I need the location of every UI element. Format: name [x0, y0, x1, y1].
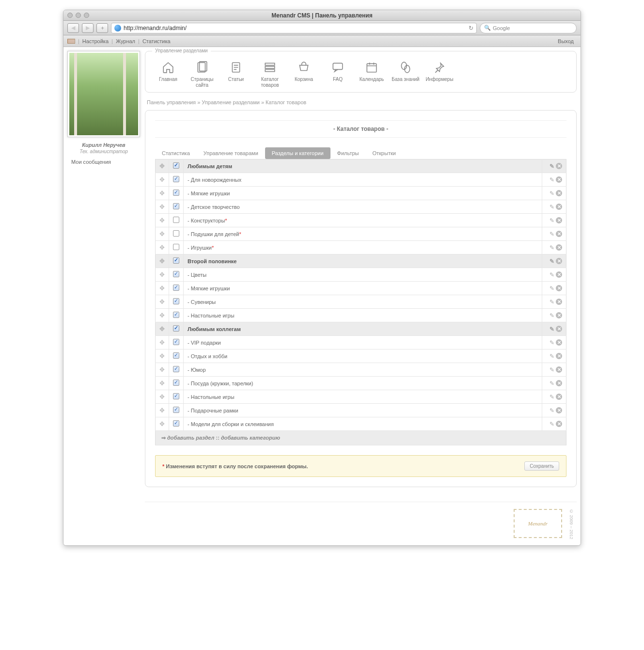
category-label[interactable]: - Игрушки*	[184, 241, 542, 254]
add-bookmark-button[interactable]: ＋	[96, 23, 108, 33]
edit-icon[interactable]: ✎	[548, 190, 554, 197]
logout-link[interactable]: Выход	[555, 38, 577, 44]
tab-4[interactable]: Открытки	[365, 147, 402, 159]
brand-icon[interactable]	[67, 39, 75, 44]
edit-icon[interactable]: ✎	[548, 204, 554, 210]
delete-icon[interactable]: ✕	[556, 339, 562, 346]
edit-icon[interactable]: ✎	[548, 163, 554, 170]
section-nav-faq[interactable]: FAQ	[321, 60, 355, 88]
edit-icon[interactable]: ✎	[548, 231, 554, 238]
delete-icon[interactable]: ✕	[556, 312, 562, 318]
category-label[interactable]: Любимым коллегам	[184, 322, 542, 336]
visibility-checkbox[interactable]	[173, 162, 179, 169]
delete-icon[interactable]: ✕	[556, 271, 562, 278]
delete-icon[interactable]: ✕	[556, 299, 562, 305]
category-label[interactable]: Любимым детям	[184, 159, 542, 173]
edit-icon[interactable]: ✎	[548, 285, 554, 292]
search-bar[interactable]: 🔍 Google	[480, 23, 577, 33]
delete-icon[interactable]: ✕	[556, 190, 562, 196]
delete-icon[interactable]: ✕	[556, 394, 562, 400]
category-label[interactable]: - Цветы	[184, 268, 542, 282]
edit-icon[interactable]: ✎	[548, 271, 554, 278]
drag-handle-icon[interactable]: ✥	[159, 217, 165, 224]
delete-icon[interactable]: ✕	[556, 285, 562, 291]
visibility-checkbox[interactable]	[173, 230, 179, 237]
visibility-checkbox[interactable]	[173, 244, 179, 250]
drag-handle-icon[interactable]: ✥	[159, 312, 165, 319]
visibility-checkbox[interactable]	[173, 257, 179, 264]
category-label[interactable]: - Мягкие игрушки	[184, 282, 542, 295]
category-label[interactable]: Второй половинке	[184, 254, 542, 268]
edit-icon[interactable]: ✎	[548, 176, 554, 183]
forward-button[interactable]: ▶	[82, 23, 94, 33]
category-label[interactable]: - Настольные игры	[184, 309, 542, 322]
delete-icon[interactable]: ✕	[556, 366, 562, 373]
category-label[interactable]: - Подушки для детей*	[184, 227, 542, 241]
category-label[interactable]: - Настольные игры	[184, 390, 542, 404]
section-nav-cart[interactable]: Корзина	[287, 60, 321, 88]
visibility-checkbox[interactable]	[173, 217, 179, 223]
drag-handle-icon[interactable]: ✥	[159, 176, 165, 183]
edit-icon[interactable]: ✎	[548, 326, 554, 333]
edit-icon[interactable]: ✎	[548, 407, 554, 414]
edit-icon[interactable]: ✎	[548, 258, 554, 265]
drag-handle-icon[interactable]: ✥	[159, 325, 165, 333]
category-label[interactable]: - Мягкие игрушки	[184, 187, 542, 200]
section-nav-catalog[interactable]: Каталог товаров	[253, 60, 287, 88]
delete-icon[interactable]: ✕	[556, 258, 562, 264]
drag-handle-icon[interactable]: ✥	[159, 203, 165, 210]
drag-handle-icon[interactable]: ✥	[159, 407, 165, 414]
drag-handle-icon[interactable]: ✥	[159, 420, 165, 428]
visibility-checkbox[interactable]	[173, 380, 179, 386]
visibility-checkbox[interactable]	[173, 203, 179, 209]
delete-icon[interactable]: ✕	[556, 176, 562, 183]
drag-handle-icon[interactable]: ✥	[159, 230, 165, 238]
delete-icon[interactable]: ✕	[556, 421, 562, 427]
visibility-checkbox[interactable]	[173, 407, 179, 413]
drag-handle-icon[interactable]: ✥	[159, 257, 165, 265]
section-nav-doc[interactable]: Статьи	[219, 60, 253, 88]
category-label[interactable]: - Конструкторы*	[184, 214, 542, 227]
edit-icon[interactable]: ✎	[548, 380, 554, 387]
delete-icon[interactable]: ✕	[556, 353, 562, 359]
category-label[interactable]: - Юмор	[184, 363, 542, 377]
visibility-checkbox[interactable]	[173, 366, 179, 372]
visibility-checkbox[interactable]	[173, 393, 179, 399]
drag-handle-icon[interactable]: ✥	[159, 366, 165, 373]
tab-3[interactable]: Фильтры	[330, 147, 366, 159]
section-nav-home[interactable]: Главная	[151, 60, 185, 88]
delete-icon[interactable]: ✕	[556, 204, 562, 210]
breadcrumb-part-1[interactable]: Управление разделами	[202, 99, 260, 105]
drag-handle-icon[interactable]: ✥	[159, 285, 165, 292]
drag-handle-icon[interactable]: ✥	[159, 380, 165, 387]
delete-icon[interactable]: ✕	[556, 231, 562, 237]
delete-icon[interactable]: ✕	[556, 407, 562, 413]
category-label[interactable]: - Посуда (кружки, тарелки)	[184, 377, 542, 390]
visibility-checkbox[interactable]	[173, 190, 179, 196]
category-label[interactable]: - Модели для сборки и склеивания	[184, 417, 542, 431]
visibility-checkbox[interactable]	[173, 312, 179, 318]
visibility-checkbox[interactable]	[173, 285, 179, 291]
edit-icon[interactable]: ✎	[548, 353, 554, 360]
save-button[interactable]: Сохранить	[524, 461, 559, 471]
edit-icon[interactable]: ✎	[548, 339, 554, 346]
drag-handle-icon[interactable]: ✥	[159, 244, 165, 251]
visibility-checkbox[interactable]	[173, 352, 179, 359]
delete-icon[interactable]: ✕	[556, 326, 562, 332]
drag-handle-icon[interactable]: ✥	[159, 271, 165, 278]
category-label[interactable]: - Детское творчество	[184, 200, 542, 214]
drag-handle-icon[interactable]: ✥	[159, 162, 165, 170]
delete-icon[interactable]: ✕	[556, 163, 562, 169]
edit-icon[interactable]: ✎	[548, 421, 554, 428]
drag-handle-icon[interactable]: ✥	[159, 298, 165, 305]
tab-2[interactable]: Разделы и категории	[265, 147, 330, 159]
add-category-link[interactable]: добавить категорию	[221, 435, 280, 441]
section-nav-pages[interactable]: Страницы сайта	[185, 60, 219, 88]
section-nav-kb[interactable]: База знаний	[389, 60, 423, 88]
visibility-checkbox[interactable]	[173, 339, 179, 345]
edit-icon[interactable]: ✎	[548, 394, 554, 400]
add-section-link[interactable]: добавить раздел	[167, 435, 214, 441]
drag-handle-icon[interactable]: ✥	[159, 393, 165, 400]
edit-icon[interactable]: ✎	[548, 299, 554, 305]
visibility-checkbox[interactable]	[173, 271, 179, 277]
